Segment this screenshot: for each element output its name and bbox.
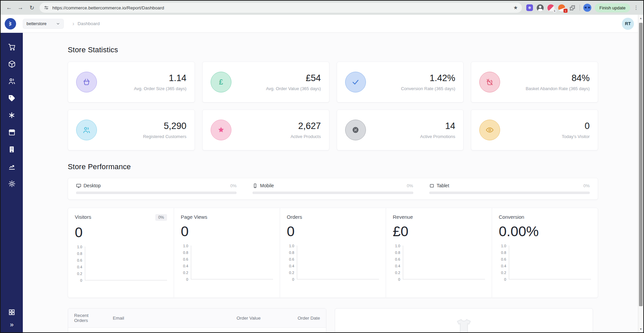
browser-window: ← → ↻ https://commerce.bettercommerce.io… xyxy=(0,0,644,333)
stat-card-todays-visitor: 0 Today's Visitor xyxy=(471,110,598,150)
chart-conversion: Conversion 0.00% 1.00.80.60.40.20 xyxy=(492,208,598,297)
sidebar-item-company[interactable] xyxy=(8,145,16,153)
sidebar-item-tags[interactable] xyxy=(8,94,16,102)
table-row: 328953 kumar.saurabh@bettercommerce.io £… xyxy=(68,328,326,333)
chart-value: £0 xyxy=(393,224,485,239)
check-icon xyxy=(345,72,366,92)
breadcrumb-separator: › xyxy=(72,21,74,27)
store-statistics-title: Store Statistics xyxy=(68,46,598,54)
kpi-charts-panel: Visitors 0% 0 1.00.80.60.40.20 Page View… xyxy=(68,208,598,298)
stat-card-avg-order-size: 1.14 Avg. Order Size (365 days) xyxy=(68,62,195,103)
axis-tick-label: 0.6 xyxy=(501,257,506,261)
browser-toolbar: ← → ↻ https://commerce.bettercommerce.io… xyxy=(1,1,643,15)
stat-card-active-products: 2,627 Active Products xyxy=(202,110,329,150)
browser-menu-icon[interactable]: ⋮ xyxy=(632,5,640,11)
chart-orders: Orders 0 1.00.80.60.40.20 xyxy=(280,208,386,297)
scrollbar-down-arrow[interactable]: ▼ xyxy=(638,326,643,332)
app-header: betterstore › Dashboard RT xyxy=(1,15,643,33)
sidebar-item-cart[interactable] xyxy=(8,43,16,51)
finish-update-button[interactable]: Finish update xyxy=(595,3,630,12)
stat-label: Today's Visitor xyxy=(562,134,590,139)
column-header-order-value: Order Value xyxy=(220,309,267,328)
sidebar-item-customers[interactable] xyxy=(8,77,16,85)
sidebar-item-store[interactable] xyxy=(8,128,16,136)
column-header-email: Email xyxy=(107,309,220,328)
axis-tick-label: 1.0 xyxy=(289,244,294,248)
basket-off-icon xyxy=(479,72,500,92)
chart-plot-area xyxy=(85,247,167,280)
back-icon[interactable]: ← xyxy=(4,3,14,13)
axis-tick-label: 0.8 xyxy=(289,251,294,255)
chart-visitors: Visitors 0% 0 1.00.80.60.40.20 xyxy=(68,208,174,297)
axis-tick-label: 0.8 xyxy=(501,251,506,255)
bookmark-star-icon[interactable]: ★ xyxy=(513,5,518,11)
extension-icon-purple[interactable]: ✻ xyxy=(526,4,533,11)
chart-title: Revenue xyxy=(393,214,413,220)
eye-icon xyxy=(479,120,500,140)
stat-cards-grid: 1.14 Avg. Order Size (365 days) £ £54 Av… xyxy=(68,62,598,150)
scrollbar-thumb[interactable] xyxy=(639,23,643,306)
sidebar-item-analytics[interactable] xyxy=(8,162,16,171)
sidebar-expand-icon[interactable]: » xyxy=(10,321,13,328)
desktop-icon xyxy=(76,183,81,188)
axis-tick-label: 1.0 xyxy=(77,245,82,249)
address-bar[interactable]: https://commerce.bettercommerce.io/Repor… xyxy=(40,3,522,13)
axis-tick-label: 0.6 xyxy=(77,258,82,262)
extension-icon-orange[interactable]: 1 xyxy=(558,4,566,11)
stat-value: 1.42% xyxy=(401,73,455,83)
users-icon xyxy=(8,77,16,85)
axis-tick-label: 0.8 xyxy=(395,251,400,255)
column-header-recent-orders: Recent Orders xyxy=(68,309,107,328)
extensions-area: ✻ 1 1 xyxy=(526,4,591,12)
stat-card-active-promotions: 14 Active Promotions xyxy=(337,110,464,150)
store-selector[interactable]: betterstore xyxy=(23,19,64,29)
chart-plot-area xyxy=(297,246,379,279)
stat-card-basket-abandon: 84% Basket Abandon Rate (365 days) xyxy=(471,62,598,103)
stat-label: Active Products xyxy=(290,134,321,139)
axis-tick-label: 0.4 xyxy=(77,265,82,269)
device-label: Desktop xyxy=(84,183,101,188)
axis-tick-label: 0.6 xyxy=(183,257,188,261)
axis-tick-label: 0 xyxy=(292,277,294,281)
chart-title: Conversion xyxy=(499,214,524,220)
user-avatar[interactable]: RT xyxy=(622,18,634,30)
y-axis-ticks: 1.00.80.60.40.20 xyxy=(181,244,191,281)
column-header-order-date: Order Date xyxy=(267,309,326,328)
scrollbar-up-arrow[interactable]: ▲ xyxy=(638,15,643,21)
device-performance-panel: Desktop 0% Mobile 0% Tab xyxy=(68,178,598,200)
forward-icon[interactable]: → xyxy=(15,3,25,13)
site-info-icon[interactable] xyxy=(44,5,49,10)
chart-value: 0.00% xyxy=(499,224,591,239)
grid-icon xyxy=(8,309,15,316)
browser-profile-avatar[interactable] xyxy=(583,4,591,12)
chart-page-views: Page Views 0 1.00.80.60.40.20 xyxy=(174,208,280,297)
chart-value: 0 xyxy=(181,224,273,239)
order-date: 11-Mar-2025 @ 06:39 xyxy=(267,328,326,333)
apps-grid-icon[interactable] xyxy=(8,308,16,316)
mobile-icon xyxy=(253,183,258,188)
recent-orders-table: Recent Orders Email Order Value Order Da… xyxy=(68,309,326,332)
stat-value: 0 xyxy=(562,121,590,131)
axis-tick-label: 0.4 xyxy=(289,264,294,268)
axis-tick-label: 0.4 xyxy=(501,264,506,268)
extension-icon-profile[interactable] xyxy=(537,4,544,11)
tag-icon xyxy=(8,94,15,102)
stat-label: Active Promotions xyxy=(420,134,455,139)
tshirt-icon xyxy=(455,319,473,332)
extensions-puzzle-icon[interactable] xyxy=(569,4,576,11)
axis-tick-label: 0.2 xyxy=(289,271,294,275)
chart-plot-area xyxy=(191,246,273,279)
axis-tick-label: 0.6 xyxy=(395,257,400,261)
bettercommerce-logo[interactable] xyxy=(5,18,16,29)
sidebar-item-catalog[interactable] xyxy=(8,60,16,68)
reload-icon[interactable]: ↻ xyxy=(27,3,37,13)
toolbar-divider xyxy=(580,5,580,11)
sidebar-item-engage[interactable] xyxy=(8,111,16,119)
page-scrollbar[interactable]: ▲ ▼ xyxy=(638,15,643,332)
breadcrumb-current[interactable]: Dashboard xyxy=(77,21,100,26)
chevron-down-icon xyxy=(56,22,60,26)
sidebar-item-settings[interactable] xyxy=(8,180,16,188)
stat-value: £54 xyxy=(266,73,321,83)
axis-tick-label: 0 xyxy=(504,277,506,281)
extension-icon-pink[interactable]: 1 xyxy=(547,4,555,11)
